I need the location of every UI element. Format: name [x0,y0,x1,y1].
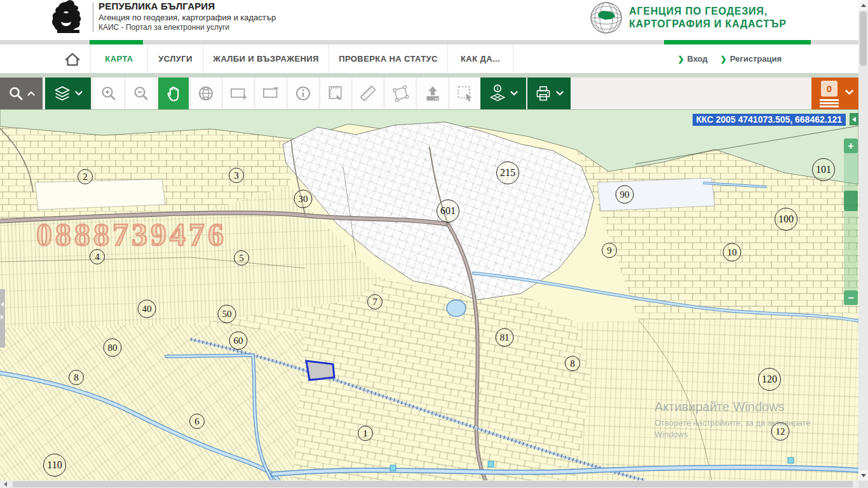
region-label: 40 [138,300,156,318]
login-link[interactable]: ❯ Вход [677,54,707,64]
measure-distance-button[interactable] [353,78,383,109]
auth-links: ❯ Вход ❯ Регистрация [677,44,782,73]
region-label: 50 [218,305,236,323]
info-button[interactable] [288,78,318,109]
register-link[interactable]: ❯ Регистрация [721,54,782,64]
zoom-out-button[interactable] [126,78,156,109]
vertical-scrollbar[interactable] [858,0,868,480]
region-label: 215 [496,161,519,184]
scroll-left-arrow-icon [1,302,4,307]
map-zoom-out-button[interactable]: − [844,290,858,305]
tab-proverka-status[interactable]: ПРОВЕРКА НА СТАТУС [329,44,448,73]
chevron-up-icon [27,91,35,96]
phone-watermark: 0888739476 [36,216,227,253]
region-label: 80 [104,339,122,357]
map-toolbar: 0 [0,78,868,109]
arrow-down-icon [861,474,866,477]
scrollbar-up-button[interactable] [858,0,868,10]
printer-icon [534,85,552,102]
windows-watermark-line3: Windows [654,429,810,440]
toolbar-separator [0,73,868,78]
scrollbar-down-button[interactable] [858,470,868,480]
horizontal-scrollbar-thumb[interactable] [13,481,853,487]
login-arrow-icon: ❯ [677,55,684,64]
region-label: 10 [723,243,742,262]
coordinates-display: ККС 2005 4741073.505, 668462.121 [693,114,846,126]
zoom-rect-out-button[interactable] [255,78,286,109]
region-label: 601 [437,200,459,222]
zoom-rect-in-button[interactable] [223,78,254,109]
zoom-slider-handle[interactable] [844,191,858,211]
draw-polygon-button[interactable] [385,78,416,109]
tab-zhalbi[interactable]: ЖАЛБИ И ВЪЗРАЖЕНИЯ [203,44,329,73]
scroll-right-arrow-icon [1,315,4,320]
selection-cursor-icon [456,85,474,102]
register-arrow-icon: ❯ [721,55,727,64]
info-layers-icon [489,84,506,103]
region-label: 120 [758,368,781,391]
tab-karta[interactable]: КАРТА [91,44,148,73]
zoom-out-icon [133,85,149,102]
header-divider [93,3,93,32]
selected-parcel [306,361,334,380]
measure-area-button[interactable] [320,78,351,109]
agency-brand-text: АГЕНЦИЯ ПО ГЕОДЕЗИЯ, КАРТОГРАФИЯ И КАДАС… [629,5,787,30]
chevron-down-icon [510,91,518,96]
region-label: 7 [367,294,383,309]
cart-count-badge: 0 [821,81,837,97]
portal-subtitle: КАИС - Портал за електронни услуги [98,23,276,32]
tab-uslugi[interactable]: УСЛУГИ [148,44,203,73]
region-label: 60 [229,332,248,350]
print-button[interactable] [527,78,571,109]
map-zoom-in-button[interactable]: + [844,139,858,153]
panel-toggle-button[interactable] [850,113,858,125]
zoom-in-icon [100,85,117,102]
home-button[interactable] [54,44,91,73]
brand-line2: КАРТОГРАФИЯ И КАДАСТЪР [629,18,787,30]
cart-button[interactable]: 0 [811,78,858,109]
layers-icon [53,85,71,102]
rectangle-minus-icon [262,86,280,101]
zoom-slider: + − [844,139,858,305]
active-tab-indicator [90,40,143,44]
home-icon [63,50,82,68]
tab-kak-da[interactable]: КАК ДА... [448,44,513,73]
arrow-up-icon [861,4,866,7]
region-label: 110 [43,454,66,477]
windows-watermark-title: Активирайте Windows [654,400,810,414]
rectangle-plus-icon [229,86,247,101]
search-icon [8,86,24,101]
layers-button[interactable] [45,78,91,109]
left-panel-scroll-strip[interactable] [0,289,5,348]
map-viewport[interactable]: 2 3 30 215 601 90 101 100 9 10 4 5 40 50… [0,109,858,480]
login-label: Вход [687,54,707,64]
agency-subtitle: Агенция по геодезия, картография и кадас… [98,13,276,23]
scrollbar-left-button[interactable] [0,480,10,488]
region-label: 6 [189,414,205,429]
tab-indicator-bar [0,40,868,44]
upload-button[interactable] [417,78,448,109]
pan-button[interactable] [158,78,189,109]
region-label: 90 [616,186,634,204]
republic-title: РЕПУБЛИКА БЪЛГАРИЯ [98,1,276,13]
polygon-icon [391,85,410,102]
region-label: 9 [602,243,617,258]
region-label: 30 [294,190,313,208]
info-icon [295,85,311,102]
region-label: 100 [775,208,797,231]
select-region-button[interactable] [450,78,480,109]
globe-icon [198,85,214,102]
overview-button[interactable] [191,78,221,109]
hand-pan-icon [165,85,182,102]
area-ruler-icon [327,85,344,102]
vertical-scrollbar-thumb[interactable] [860,11,867,66]
windows-watermark-text: Отворете настройките, за да активирате W… [654,417,810,440]
brand-line1: АГЕНЦИЯ ПО ГЕОДЕЗИЯ, [629,5,787,18]
zoom-in-button[interactable] [93,78,124,109]
chevron-down-icon [556,91,564,96]
upload-icon [424,85,442,102]
layer-info-button[interactable] [480,78,526,109]
arrow-left-icon [4,482,7,487]
search-tools-button[interactable] [0,78,43,109]
horizontal-scrollbar[interactable] [0,480,858,488]
